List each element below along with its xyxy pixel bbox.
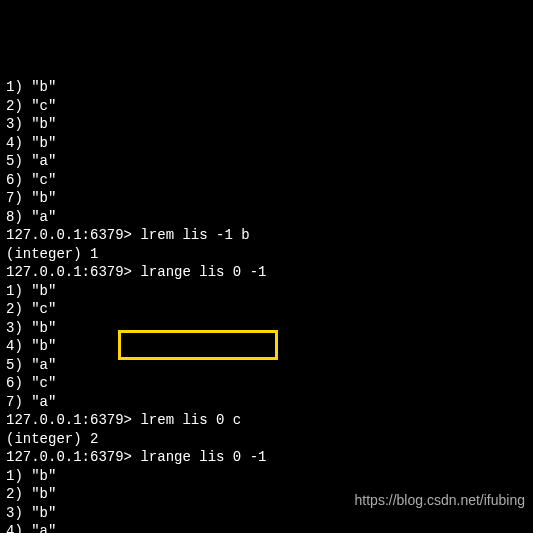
prompt: 127.0.0.1:6379> [6, 449, 140, 465]
list-item: 7) "b" [6, 189, 527, 208]
list-item: 3) "b" [6, 319, 527, 338]
list-item: 4) "a" [6, 522, 527, 533]
prompt: 127.0.0.1:6379> [6, 227, 140, 243]
command-text: lrange lis 0 -1 [140, 449, 266, 465]
list-item: 2) "c" [6, 300, 527, 319]
output-line: (integer) 1 [6, 245, 527, 264]
command-text: lrem lis 0 c [140, 412, 241, 428]
command-text: lrem lis -1 b [140, 227, 249, 243]
list-item: 6) "c" [6, 374, 527, 393]
command-line[interactable]: 127.0.0.1:6379> lrange lis 0 -1 [6, 448, 527, 467]
list-item: 4) "b" [6, 337, 527, 356]
terminal-output: 1) "b"2) "c"3) "b"4) "b"5) "a"6) "c"7) "… [6, 78, 527, 533]
command-line[interactable]: 127.0.0.1:6379> lrem lis -1 b [6, 226, 527, 245]
command-text: lrange lis 0 -1 [140, 264, 266, 280]
list-item: 5) "a" [6, 152, 527, 171]
list-item: 4) "b" [6, 134, 527, 153]
list-item: 3) "b" [6, 115, 527, 134]
list-item: 1) "b" [6, 467, 527, 486]
prompt: 127.0.0.1:6379> [6, 412, 140, 428]
list-item: 1) "b" [6, 282, 527, 301]
prompt: 127.0.0.1:6379> [6, 264, 140, 280]
list-item: 2) "c" [6, 97, 527, 116]
command-line[interactable]: 127.0.0.1:6379> lrange lis 0 -1 [6, 263, 527, 282]
command-line[interactable]: 127.0.0.1:6379> lrem lis 0 c [6, 411, 527, 430]
watermark-text: https://blog.csdn.net/ifubing [355, 491, 525, 510]
list-item: 8) "a" [6, 208, 527, 227]
list-item: 7) "a" [6, 393, 527, 412]
list-item: 5) "a" [6, 356, 527, 375]
output-line: (integer) 2 [6, 430, 527, 449]
list-item: 1) "b" [6, 78, 527, 97]
list-item: 6) "c" [6, 171, 527, 190]
